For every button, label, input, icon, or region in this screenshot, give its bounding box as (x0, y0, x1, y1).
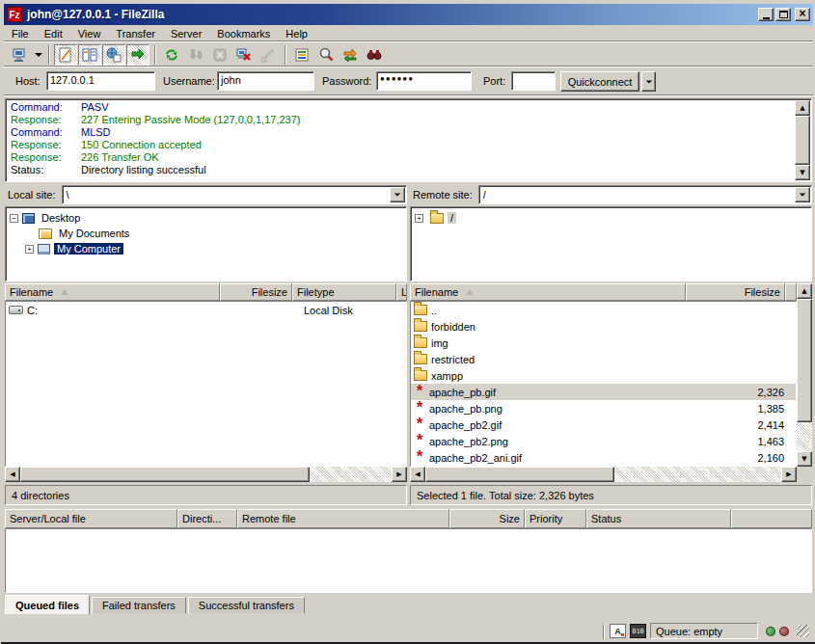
scrollbar-thumb[interactable] (797, 299, 812, 422)
cancel-icon (212, 47, 228, 63)
menu-view[interactable]: View (70, 27, 109, 40)
host-input[interactable]: 127.0.0.1 (46, 71, 155, 91)
menu-transfer[interactable]: Transfer (108, 27, 163, 40)
directory-listing-filters-button[interactable] (290, 44, 313, 66)
remote-file-list[interactable]: .. forbidden img restricted xampp *apach… (410, 301, 797, 467)
reconnect-button[interactable] (257, 44, 280, 66)
quickconnect-dropdown-button[interactable] (641, 71, 656, 92)
tab-successful-transfers[interactable]: Successful transfers (188, 597, 305, 614)
scrollbar-thumb[interactable] (425, 467, 614, 482)
remote-list-horizontal-scrollbar[interactable]: ◀ ▶ (410, 467, 797, 482)
remote-directory-tree[interactable]: + / (410, 206, 812, 282)
expand-icon[interactable]: + (25, 245, 34, 254)
remote-site-dropdown-button[interactable] (795, 187, 810, 202)
column-label: Filename (415, 286, 458, 298)
minimize-button[interactable] (758, 8, 774, 21)
tab-label: Failed transfers (102, 600, 176, 611)
scroll-up-button[interactable]: ▲ (795, 100, 810, 116)
remote-list-vertical-scrollbar[interactable]: ▲ ▼ (797, 283, 812, 467)
file-row[interactable]: *apache_pb2.png1,463 (411, 433, 796, 449)
file-row[interactable]: forbidden (411, 318, 796, 335)
scroll-right-button[interactable]: ▶ (392, 467, 407, 482)
maximize-button[interactable] (775, 8, 791, 21)
queue-column-size[interactable]: Size (449, 509, 525, 528)
remote-column-filesize[interactable]: Filesize (686, 283, 785, 301)
cancel-button[interactable] (208, 44, 231, 66)
local-file-list[interactable]: C: Local Disk (5, 301, 407, 467)
scroll-left-button[interactable]: ◀ (5, 467, 20, 482)
scrollbar-thumb[interactable] (20, 467, 310, 482)
scroll-up-button[interactable]: ▲ (797, 283, 812, 299)
scrollbar-thumb[interactable] (795, 116, 810, 165)
queue-header: Server/Local file Directi... Remote file… (5, 509, 812, 528)
tab-queued-files[interactable]: Queued files (5, 595, 90, 615)
remote-site-combo[interactable]: / (478, 185, 812, 204)
directory-comparison-button[interactable] (314, 44, 338, 66)
scroll-right-button[interactable]: ▶ (781, 467, 797, 482)
scroll-down-button[interactable]: ▼ (797, 451, 812, 467)
tree-item-root[interactable]: + / (415, 210, 811, 226)
local-column-filename[interactable]: Filename (5, 283, 220, 301)
local-column-filesize[interactable]: Filesize (220, 283, 292, 301)
queue-column-status[interactable]: Status (586, 509, 731, 528)
file-row[interactable]: img (411, 335, 796, 351)
queue-list[interactable] (5, 528, 812, 593)
password-input[interactable]: ●●●●●● (376, 71, 472, 91)
synchronized-browsing-button[interactable] (339, 44, 362, 66)
find-files-button[interactable] (363, 44, 386, 66)
transfer-type-binary-icon[interactable]: 010 (630, 624, 646, 638)
toggle-remote-tree-button[interactable] (102, 44, 125, 66)
tab-failed-transfers[interactable]: Failed transfers (92, 597, 186, 614)
file-row[interactable]: *apache_pb2.gif2,414 (411, 416, 796, 433)
local-column-filetype[interactable]: Filetype (292, 283, 396, 301)
local-directory-tree[interactable]: − Desktop My Documents + My Computer (5, 206, 407, 282)
refresh-button[interactable] (160, 44, 183, 66)
collapse-icon[interactable]: − (10, 214, 18, 223)
remote-column-filename[interactable]: Filename (410, 283, 686, 301)
port-input[interactable] (511, 71, 556, 91)
local-list-horizontal-scrollbar[interactable]: ◀ ▶ (5, 467, 407, 482)
transfer-type-ascii-icon[interactable]: A (610, 624, 626, 638)
scroll-left-button[interactable]: ◀ (410, 467, 425, 482)
tree-item-my-documents[interactable]: My Documents (10, 226, 406, 241)
local-site-dropdown-button[interactable] (390, 187, 405, 202)
close-button[interactable]: × (795, 8, 810, 21)
local-site-combo[interactable]: \ (62, 185, 407, 204)
quickconnect-button[interactable]: Quickconnect (560, 71, 639, 92)
tree-item-desktop[interactable]: − Desktop (10, 210, 406, 226)
log-vertical-scrollbar[interactable]: ▲ ▼ (795, 100, 810, 180)
tree-item-my-computer[interactable]: + My Computer (10, 241, 406, 256)
queue-column-direction[interactable]: Directi... (177, 509, 237, 528)
file-row[interactable]: restricted (411, 351, 796, 367)
file-row[interactable]: *apache_pb.png1,385 (411, 400, 796, 416)
file-row[interactable]: *apache_pb2_ani.gif2,160 (411, 449, 796, 466)
username-input[interactable]: john (217, 71, 314, 91)
menu-file[interactable]: File (4, 27, 37, 40)
menu-help[interactable]: Help (278, 27, 315, 40)
menu-edit[interactable]: Edit (37, 27, 70, 40)
toggle-local-tree-button[interactable] (78, 44, 101, 66)
scroll-down-button[interactable]: ▼ (795, 165, 810, 180)
process-queue-button[interactable] (184, 44, 207, 66)
menu-bookmarks[interactable]: Bookmarks (209, 27, 278, 40)
toggle-message-log-button[interactable] (54, 44, 77, 66)
file-row[interactable]: xampp (411, 367, 796, 384)
file-row-local-drive[interactable]: C: Local Disk (6, 302, 406, 318)
message-log[interactable]: Command:PASV Response:227 Entering Passi… (5, 98, 812, 182)
file-row[interactable]: .. (411, 302, 796, 318)
toggle-transfer-queue-button[interactable] (126, 44, 149, 66)
menu-server[interactable]: Server (163, 27, 209, 40)
expand-icon[interactable]: + (415, 214, 423, 223)
queue-column-server-local-file[interactable]: Server/Local file (5, 509, 177, 528)
log-line-text: 150 Connection accepted (81, 139, 202, 151)
site-manager-button[interactable] (8, 44, 31, 66)
resize-grip[interactable] (797, 625, 809, 637)
queue-column-priority[interactable]: Priority (525, 509, 586, 528)
queue-column-remote-file[interactable]: Remote file (237, 509, 449, 528)
file-row-selected[interactable]: *apache_pb.gif2,326 (411, 384, 796, 400)
site-manager-dropdown-button[interactable] (32, 44, 44, 66)
remote-site-label: Remote site: (410, 189, 478, 201)
password-value: ●●●●●● (380, 74, 414, 83)
local-column-last-modified[interactable]: L (396, 283, 407, 301)
disconnect-button[interactable] (232, 44, 256, 66)
